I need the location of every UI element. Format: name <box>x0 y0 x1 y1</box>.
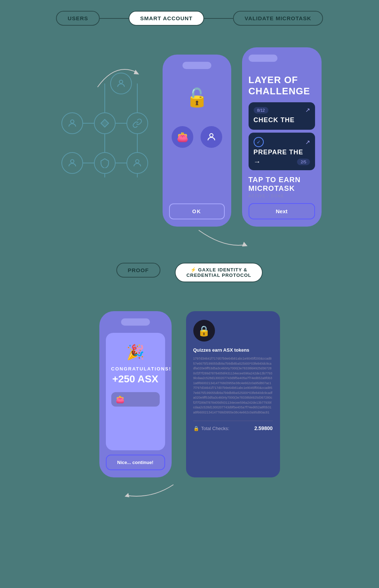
proof-subtitle: Quizzes earn ASX tokens <box>193 347 273 353</box>
proof-hash-text: 1797d34641f717d07b9e64b81abc1e9045ff200&… <box>193 356 273 415</box>
challenge-header-1: 8/12 ↗ <box>254 107 310 113</box>
lock-icon-top: 🔓 <box>186 87 208 108</box>
diamond-icon <box>100 118 110 128</box>
user-icon-3 <box>67 158 77 168</box>
nav-connector-2 <box>204 18 233 19</box>
arrow-down-svg <box>188 227 260 263</box>
svg-point-5 <box>70 120 74 123</box>
phone-notch-congrats <box>121 318 150 326</box>
grid-node-link <box>126 112 148 134</box>
next-button[interactable]: Next <box>249 203 315 219</box>
nav-validate-microtask[interactable]: VALIDATE MICROTASK <box>233 11 323 26</box>
main-content: 🔓 👛 OK LAYER OFCHALLENGE <box>0 47 379 510</box>
prepare-text: PREPARE THE <box>254 149 310 156</box>
grid-node-user-bot-right <box>126 152 148 174</box>
shield-icon <box>100 158 110 168</box>
arrow-grid-to-phone <box>94 58 145 94</box>
ok-button[interactable]: OK <box>169 203 225 219</box>
phone-left: 🔓 👛 OK <box>163 55 231 227</box>
congrats-title: CONGRATULATIONS! <box>111 366 160 372</box>
phone-congrats: 🎉 CONGRATULATIONS! +250 ASX 👛 Nice... co… <box>99 311 172 477</box>
total-checks-value: 2.59800 <box>254 425 273 431</box>
svg-marker-8 <box>134 70 139 74</box>
total-checks-label: 🔒 Total Checks: <box>193 426 229 431</box>
svg-marker-10 <box>242 242 247 246</box>
layer-of-challenge-title: LAYER OFCHALLENGE <box>249 74 315 97</box>
badge-812: 8/12 <box>254 107 268 113</box>
arrow-bottom-svg <box>116 481 188 506</box>
congrats-amount: +250 ASX <box>111 373 160 385</box>
lock-circle-icon: 🔒 <box>193 320 215 342</box>
bottom-section: 🎉 CONGRATULATIONS! +250 ASX 👛 Nice... co… <box>14 311 365 477</box>
phone-icons-row: 👛 <box>172 126 222 148</box>
check-icon-row: ✓ ↗ <box>254 137 310 147</box>
wallet-icon-sm: 👛 <box>116 395 125 404</box>
wallet-row: 👛 <box>111 392 160 407</box>
badge-25: 2/5 <box>297 159 310 165</box>
tap-section: TAP TO EARNMICROTASK ACTIVE / DONE <box>249 175 315 201</box>
phone-notch-left <box>182 62 211 69</box>
bottom-labels: PROOF ⚡ GAXLE IDENTITY &CREDENTIAL PROTO… <box>14 263 365 282</box>
gaxle-label: ⚡ GAXLE IDENTITY &CREDENTIAL PROTOCOL <box>175 263 263 282</box>
grid-node-user-bot-left <box>61 152 83 174</box>
total-checks-row: 🔒 Total Checks: 2.59800 <box>193 421 273 431</box>
arrow-icon-1: ↗ <box>305 107 310 113</box>
arrow-right-icon: → <box>254 158 261 166</box>
nav-smart-account[interactable]: SMART ACCOUNT <box>129 11 204 26</box>
wallet-icon: 👛 <box>172 126 193 148</box>
active-done-badge: ACTIVE / DONE <box>249 194 315 198</box>
arrow-icon-2: ↗ <box>305 139 310 146</box>
top-section: 🔓 👛 OK LAYER OFCHALLENGE <box>14 47 365 227</box>
grid-node-user-mid-left <box>61 112 83 134</box>
svg-point-9 <box>210 134 213 137</box>
user-icon-phone <box>201 126 222 148</box>
user-icon-2 <box>67 118 77 128</box>
tap-title: TAP TO EARNMICROTASK <box>249 175 315 193</box>
lock-small-icon: 🔒 <box>193 426 199 431</box>
proof-card: 🔒 Quizzes earn ASX tokens 1797d34641f717… <box>186 311 280 477</box>
grid-node-diamond <box>94 112 116 134</box>
check-circle: ✓ <box>254 137 264 147</box>
nav-users[interactable]: USERS <box>56 11 100 26</box>
congrats-content: 🎉 CONGRATULATIONS! +250 ASX 👛 <box>106 333 165 450</box>
prepare-row: → 2/5 <box>254 158 310 166</box>
user-svg <box>206 132 216 142</box>
middle-arrow-area <box>14 227 365 263</box>
grid-node-shield <box>94 152 116 174</box>
continue-button[interactable]: Nice... continue! <box>106 455 165 470</box>
proof-label: PROOF <box>116 263 160 278</box>
challenge-card-2: ✓ ↗ PREPARE THE → 2/5 <box>249 133 315 170</box>
check-text: CHECK THE <box>254 116 310 124</box>
svg-marker-11 <box>125 493 129 497</box>
top-navigation: USERS SMART ACCOUNT VALIDATE MICROTASK <box>0 0 379 37</box>
svg-point-7 <box>135 160 139 163</box>
svg-point-6 <box>70 160 74 163</box>
bottom-arrow-area <box>14 481 365 510</box>
phone-notch-right <box>249 55 277 62</box>
nav-connector-1 <box>100 18 129 19</box>
link-icon <box>132 118 142 128</box>
user-icon-4 <box>132 158 142 168</box>
party-emoji: 🎉 <box>111 344 160 361</box>
phone-right: LAYER OFCHALLENGE 8/12 ↗ CHECK THE ✓ ↗ P… <box>242 47 322 227</box>
challenge-card-1: 8/12 ↗ CHECK THE <box>249 102 315 130</box>
